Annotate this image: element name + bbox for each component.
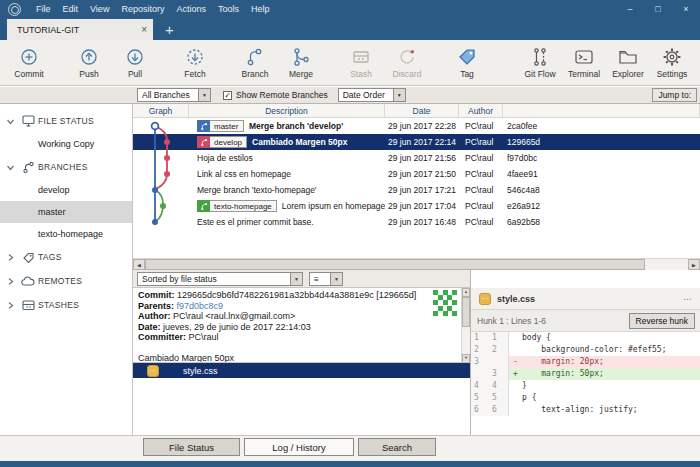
merge-button[interactable]: Merge [278,46,324,79]
close-button[interactable]: × [672,4,700,14]
branch-filter-select[interactable]: All Branches ▼ [137,88,211,102]
column-header-hash[interactable] [503,104,700,117]
explorer-button[interactable]: Explorer [606,46,650,79]
menu-repository[interactable]: Repository [115,4,170,14]
show-remote-label: Show Remote Branches [236,90,328,100]
branch-badge-label: texto-homepage [210,200,277,212]
commit-row[interactable]: Este es el primer commit base.29 jun 201… [133,214,700,230]
git-flow-button[interactable]: Git Flow [518,46,562,79]
commit-author: PC\raul [459,201,503,211]
commit-info-scrollbar[interactable]: ▲ ▼ [461,288,470,363]
file-row[interactable]: ··· style.css [133,363,470,378]
diff-code: margin: 50px; [522,368,604,380]
committer-label: Committer: [138,332,186,342]
sort-select[interactable]: Sorted by file status ▼ [137,272,303,286]
sourcetree-window: FileEditViewRepositoryActionsToolsHelp –… [0,0,700,467]
chevron-down-icon[interactable] [6,117,20,126]
maximize-button[interactable]: □ [644,4,672,14]
scroll-left-icon[interactable]: ◀ [133,259,145,270]
menu-help[interactable]: Help [245,4,276,14]
sidebar-section-remotes[interactable]: REMOTES [0,269,132,293]
order-filter-select[interactable]: Date Order ▼ [338,88,406,102]
minimize-button[interactable]: – [616,4,644,14]
toolbar-left-group: CommitPushPullFetchBranchMergeStashDisca… [6,46,490,79]
chevron-down-icon[interactable] [6,163,20,172]
diff-code: body { [522,332,551,344]
stash-icon [350,46,372,68]
sidebar-section-file-status[interactable]: FILE STATUS [0,109,132,133]
branch-button[interactable]: Branch [232,46,278,79]
commit-row[interactable]: texto-homepageLorem ipsum en homepage29 … [133,198,700,214]
window-bottom-edge [0,461,700,467]
new-tab-button[interactable]: + [165,20,174,40]
push-icon [78,46,100,68]
commit-message-text: Link al css en homepage [197,169,291,179]
scrollbar-thumb[interactable] [462,297,470,327]
diff-panel: ··· style.css ⋯ Hunk 1 : Lines 1-6 Rever… [470,270,700,435]
branch-icon [20,161,36,174]
column-header-date[interactable]: Date [385,104,459,117]
scroll-right-icon[interactable]: ▶ [688,259,700,270]
commit-row[interactable]: masterMerge branch 'develop'29 jun 2017 … [133,118,700,134]
show-remote-checkbox[interactable]: ✓ [223,91,232,100]
tab-log-history[interactable]: Log / History [244,438,354,456]
scroll-up-icon[interactable]: ▲ [462,288,470,297]
diff-line: 66 text-align: justify; [471,404,700,416]
terminal-icon [573,46,595,68]
log-horizontal-scrollbar[interactable]: ◀ ▶ [133,258,700,270]
reverse-hunk-button[interactable]: Reverse hunk [629,313,695,329]
commit-hash: 2ca0fee [503,121,700,131]
menu-view[interactable]: View [84,4,115,14]
branch-icon [244,46,266,68]
column-header-description[interactable]: Description [189,104,385,117]
sidebar-section-stashes[interactable]: STASHES [0,293,132,317]
tag-button[interactable]: Tag [444,46,490,79]
tab-file-status[interactable]: File Status [143,438,240,456]
git-flow-label: Git Flow [524,69,555,79]
menu-tools[interactable]: Tools [212,4,245,14]
order-filter-value: Date Order [339,90,389,100]
old-line-number: 2 [471,344,487,356]
jump-to-button[interactable]: Jump to: [652,88,697,102]
old-line-number: 5 [471,392,487,404]
fetch-button[interactable]: Fetch [172,46,218,79]
chevron-right-icon[interactable] [6,253,20,262]
commit-button[interactable]: Commit [6,46,52,79]
chevron-right-icon[interactable] [6,277,20,286]
parent-hash-link[interactable]: f97d0bc8c9 [177,301,224,311]
view-mode-select[interactable]: ≡ ▼ [309,272,343,286]
commit-row[interactable]: developCambiado Margen 50px29 jun 2017 2… [133,134,700,150]
author-label: Author: [138,311,171,321]
sidebar-item-working-copy[interactable]: Working Copy [0,133,132,155]
menu-edit[interactable]: Edit [57,4,85,14]
repo-tab[interactable]: TUTORIAL-GIT × [7,19,153,40]
sidebar-section-tags[interactable]: TAGS [0,245,132,269]
commit-row[interactable]: Merge branch 'texto-homepage'29 jun 2017… [133,182,700,198]
tab-search[interactable]: Search [358,438,436,456]
menu-file[interactable]: File [30,4,57,14]
diff-line-content: body { [509,332,700,344]
pull-button[interactable]: Pull [112,46,158,79]
push-button[interactable]: Push [66,46,112,79]
scroll-down-icon[interactable]: ▼ [462,354,470,363]
log-column-headers[interactable]: GraphDescriptionDateAuthor [133,104,700,118]
sidebar-section-branches[interactable]: BRANCHES [0,155,132,179]
explorer-icon [617,46,639,68]
commit-row[interactable]: Link al css en homepage29 jun 2017 21:50… [133,166,700,182]
settings-button[interactable]: Settings [650,46,694,79]
diff-marker: - [509,356,522,368]
chevron-right-icon[interactable] [6,301,20,310]
tab-close-icon[interactable]: × [141,24,147,35]
column-header-author[interactable]: Author [459,104,503,117]
column-header-graph[interactable]: Graph [133,104,189,117]
section-label: FILE STATUS [38,116,94,126]
sidebar-item-texto-homepage[interactable]: texto-homepage [0,223,132,245]
terminal-button[interactable]: Terminal [562,46,606,79]
commit-row[interactable]: Hoja de estilos29 jun 2017 21:56PC\raulf… [133,150,700,166]
changed-files-list: ··· style.css [133,363,470,435]
menu-actions[interactable]: Actions [170,4,212,14]
sidebar-item-master[interactable]: master [0,201,132,223]
scrollbar-thumb[interactable] [145,259,645,270]
sidebar-item-develop[interactable]: develop [0,179,132,201]
file-menu-icon[interactable]: ⋯ [683,294,692,304]
